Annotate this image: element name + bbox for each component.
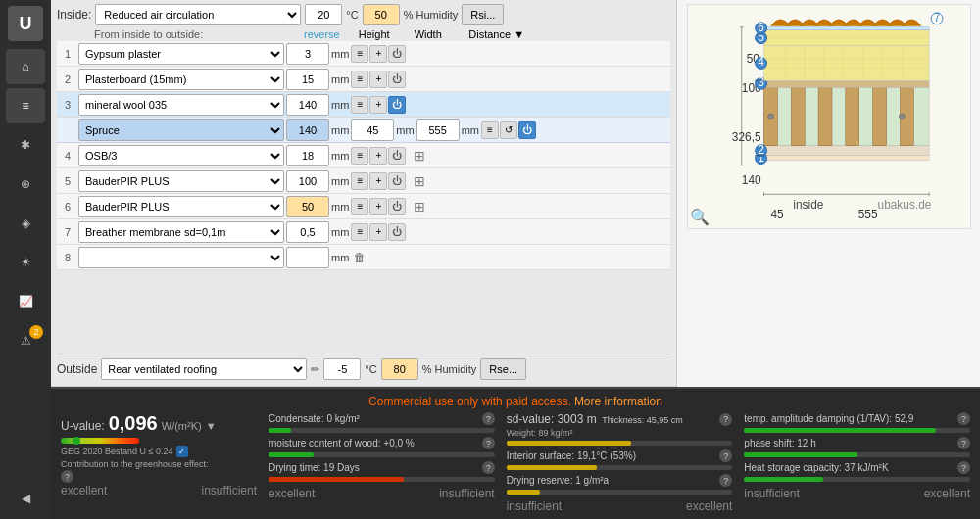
edit-icon[interactable]: ✏ [311, 363, 319, 376]
sd-column: sd-value: 3003 m Thickness: 45,95 cm ? W… [507, 412, 733, 513]
sidebar-item-flame[interactable]: ◈ [6, 206, 45, 241]
layer-7-power-icon[interactable]: ⏻ [388, 223, 406, 241]
layer-6-add-icon[interactable]: + [369, 198, 387, 215]
layer-3-add-icon[interactable]: + [369, 96, 387, 114]
layer-7-add-icon[interactable]: + [369, 223, 387, 241]
moisture-info-icon[interactable]: ? [482, 437, 495, 449]
layer-7-select[interactable]: Breather membrane sd=0,1m [78, 221, 284, 243]
layer-2-add-icon[interactable]: + [369, 71, 387, 88]
layer-6-thickness[interactable] [286, 196, 329, 217]
inside-humidity-input[interactable] [363, 4, 400, 25]
layer-1-menu-icon[interactable]: ≡ [351, 45, 368, 63]
layer-7-thickness[interactable] [286, 221, 329, 243]
layer-2-power-icon[interactable]: ⏻ [388, 71, 406, 88]
condensate-info-icon[interactable]: ? [482, 412, 495, 425]
layer-5-select[interactable]: BauderPIR PLUS [78, 170, 284, 192]
sd-info-icon[interactable]: ? [719, 413, 732, 426]
spruce-width[interactable] [351, 119, 394, 141]
layer-2-thickness[interactable] [286, 69, 329, 90]
layer-4-thickness[interactable] [286, 145, 329, 166]
phase-info-icon[interactable]: ? [957, 437, 970, 449]
layer-8-select[interactable] [78, 247, 284, 268]
layer-8-delete-icon[interactable]: 🗑 [351, 249, 368, 266]
layer-6-select[interactable]: BauderPIR PLUS [78, 196, 284, 217]
app-logo: U [8, 6, 43, 41]
svg-text:ubakus.de: ubakus.de [877, 198, 931, 212]
outside-condition-select[interactable]: Rear ventilated roofing [101, 358, 307, 380]
inside-temp-input[interactable] [305, 4, 342, 25]
temp-amp-row: temp. amplitude damping (1/TAV): 52,9 ? [744, 412, 970, 425]
layer-3-menu-icon[interactable]: ≡ [351, 96, 368, 114]
svg-text:2: 2 [758, 143, 764, 157]
inside-humidity-unit: % Humidity [404, 9, 459, 21]
drying-row: Drying time: 19 Days ? [269, 461, 495, 474]
svg-rect-8 [763, 146, 929, 156]
layer-4-add-icon[interactable]: + [369, 147, 387, 165]
table-row: 6 BauderPIR PLUS mm ≡ + ⏻ ⊞ [57, 194, 670, 219]
layer-5-add-icon[interactable]: + [369, 172, 387, 190]
outside-humidity-input[interactable] [381, 358, 418, 380]
layer-5-menu-icon[interactable]: ≡ [351, 172, 368, 190]
layer-1-select[interactable]: Gypsum plaster [78, 43, 284, 65]
inside-condition-select[interactable]: Reduced air circulation [95, 4, 301, 25]
rsi-button[interactable]: Rsi... [462, 4, 504, 25]
spruce-select[interactable]: Spruce [78, 119, 284, 141]
layer-7-menu-icon[interactable]: ≡ [351, 223, 368, 241]
zoom-icon[interactable]: 🔍 [690, 208, 710, 226]
layer-1-thickness[interactable] [286, 43, 329, 65]
sidebar-collapse-arrow[interactable]: ◀ [22, 484, 30, 513]
layer-3-thickness[interactable] [286, 94, 329, 116]
layer-4-actions: ≡ + ⏻ ⊞ [351, 145, 430, 166]
commercial-link[interactable]: More information [574, 395, 662, 408]
svg-rect-25 [763, 46, 929, 81]
table-row: 4 OSB/3 mm ≡ + ⏻ ⊞ [57, 143, 670, 168]
outside-temp-input[interactable] [323, 358, 361, 380]
drying-reserve-info-icon[interactable]: ? [719, 474, 732, 487]
layer-8-thickness[interactable] [286, 247, 329, 268]
layer-4-menu-icon[interactable]: ≡ [351, 147, 368, 165]
interior-info-icon[interactable]: ? [719, 449, 732, 462]
temp-exc-ins: insufficient excellent [744, 487, 970, 500]
sidebar-item-home[interactable]: ⌂ [6, 49, 45, 84]
layer-2-menu-icon[interactable]: ≡ [351, 71, 368, 88]
layer-5-thickness[interactable] [286, 170, 329, 192]
drying-info-icon[interactable]: ? [482, 461, 495, 474]
layer-1-add-icon[interactable]: + [369, 45, 387, 63]
temp-amp-info-icon[interactable]: ? [957, 412, 970, 425]
layer-4-power-icon[interactable]: ⏻ [388, 147, 406, 165]
layer-4-select[interactable]: OSB/3 [78, 145, 284, 166]
layer-1-power-icon[interactable]: ⏻ [388, 45, 406, 63]
spruce-height[interactable] [286, 119, 329, 141]
sidebar-item-alert[interactable]: ⚠ 2 [6, 323, 45, 358]
heat-storage-info-icon[interactable]: ? [957, 461, 970, 474]
phase-bar [744, 452, 857, 457]
spruce-refresh-icon[interactable]: ↺ [500, 121, 517, 139]
rse-button[interactable]: Rse... [480, 358, 526, 380]
drying-reserve-label: Drying reserve: 1 g/m²a [507, 475, 609, 486]
moisture-label: moisture content of wood: +0,0 % [269, 438, 415, 448]
sidebar-item-sun[interactable]: ☀ [6, 245, 45, 280]
layer-5-power-icon[interactable]: ⏻ [388, 172, 406, 190]
sidebar-item-globe[interactable]: ⊕ [6, 166, 45, 202]
layer-6-menu-icon[interactable]: ≡ [351, 198, 368, 215]
uvalue-prefix: U-value: [61, 419, 105, 433]
greenhouse-info-icon[interactable]: ? [61, 470, 74, 483]
reverse-link[interactable]: reverse [304, 28, 340, 40]
layer-3-select[interactable]: mineral wool 035 [78, 94, 284, 116]
phase-bar-wrap [744, 452, 970, 457]
sidebar-item-layers[interactable]: ≡ [6, 88, 45, 123]
spruce-distance[interactable] [416, 119, 460, 141]
layer-2-select[interactable]: Plasterboard (15mm) [78, 69, 284, 90]
content-area: Inside: Reduced air circulation °C % Hum… [51, 0, 980, 387]
layer-num: 7 [57, 226, 78, 238]
distance-col-header: Distance ▼ [458, 28, 536, 40]
layer-6-power-icon[interactable]: ⏻ [388, 198, 406, 215]
spruce-power-icon[interactable]: ⏻ [518, 121, 536, 139]
layer-3-power-icon[interactable]: ⏻ [388, 96, 406, 114]
heat-storage-label: Heat storage capacity: 37 kJ/m²K [744, 462, 888, 473]
svg-rect-41 [763, 27, 929, 30]
main-content: Inside: Reduced air circulation °C % Hum… [51, 0, 980, 519]
spruce-menu-icon[interactable]: ≡ [481, 121, 499, 139]
sidebar-item-settings[interactable]: ✱ [6, 127, 45, 163]
sidebar-item-chart[interactable]: 📈 [6, 284, 45, 319]
